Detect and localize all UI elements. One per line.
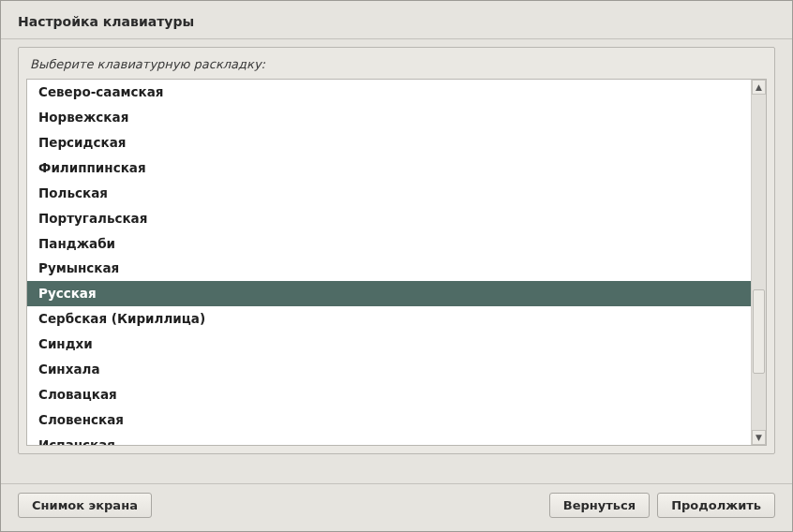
layout-option[interactable]: Сербская (Кириллица) [27,306,751,332]
divider [1,38,792,39]
layout-option[interactable]: Норвежская [27,105,751,130]
layout-listbox[interactable]: Северо-саамскаяНорвежскаяПерсидскаяФилип… [27,80,751,445]
layout-option[interactable]: Панджаби [27,231,751,257]
layout-option[interactable]: Словацкая [27,382,751,407]
layout-panel: Выберите клавиатурную раскладку: Северо-… [18,47,775,454]
layout-list-container: Северо-саамскаяНорвежскаяПерсидскаяФилип… [26,79,767,446]
scroll-up-button[interactable]: ▲ [752,80,766,95]
layout-option[interactable]: Персидская [27,130,751,155]
scroll-down-button[interactable]: ▼ [752,430,766,445]
scrollbar[interactable]: ▲ ▼ [751,80,766,445]
layout-option[interactable]: Словенская [27,407,751,433]
back-button[interactable]: Вернуться [549,493,650,518]
layout-option[interactable]: Португальская [27,206,751,231]
chevron-up-icon: ▲ [756,82,762,92]
footer: Снимок экрана Вернуться Продолжить [1,483,792,531]
screenshot-button[interactable]: Снимок экрана [18,493,152,518]
layout-option[interactable]: Синдхи [27,332,751,357]
divider [1,483,792,484]
layout-option[interactable]: Румынская [27,256,751,281]
window-title: Настройка клавиатуры [1,1,792,35]
layout-option[interactable]: Синхала [27,357,751,382]
continue-button[interactable]: Продолжить [657,493,775,518]
chevron-down-icon: ▼ [756,433,762,442]
scrollbar-thumb[interactable] [753,289,765,374]
layout-option[interactable]: Польская [27,181,751,206]
layout-option[interactable]: Испанская [27,433,751,445]
layout-option[interactable]: Филиппинская [27,155,751,181]
scrollbar-track[interactable] [752,95,766,430]
keyboard-config-window: Настройка клавиатуры Выберите клавиатурн… [0,0,793,532]
layout-option[interactable]: Северо-саамская [27,80,751,105]
prompt-label: Выберите клавиатурную раскладку: [26,55,767,79]
layout-option[interactable]: Русская [27,281,751,306]
